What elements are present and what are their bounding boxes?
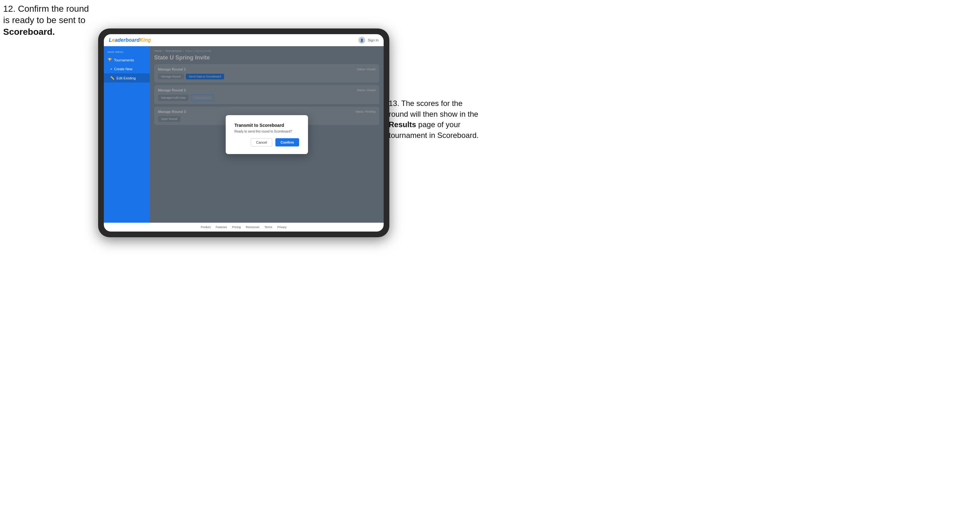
instruction-line2: is ready to be sent to <box>3 15 86 25</box>
footer-product[interactable]: Product <box>201 225 210 229</box>
logo-accent: e <box>112 37 115 43</box>
footer-pricing[interactable]: Pricing <box>232 225 241 229</box>
plus-icon: + <box>110 67 112 71</box>
footer-terms[interactable]: Terms <box>265 225 272 229</box>
footer-resources[interactable]: Resources <box>246 225 259 229</box>
top-nav: LeaderboardKing 👤 Sign In <box>104 34 383 46</box>
sidebar: MAIN MENU 🏆 Tournaments + Create New ✏️ … <box>104 46 150 223</box>
instruction-right: 13. The scores for the round will then s… <box>389 98 484 140</box>
edit-existing-label: Edit Existing <box>116 76 136 80</box>
nav-right: 👤 Sign In <box>358 37 379 44</box>
modal-buttons: Cancel Confirm <box>235 138 299 146</box>
modal-overlay: Transmit to Scoreboard Ready to send thi… <box>150 46 383 223</box>
content-area: Home › Tournaments › State U Spring Invi… <box>150 46 383 223</box>
tablet-screen: LeaderboardKing 👤 Sign In MAIN MENU 🏆 To… <box>104 34 383 232</box>
tournaments-label: Tournaments <box>114 58 134 62</box>
create-new-label: Create New <box>114 67 132 71</box>
footer-features[interactable]: Features <box>216 225 227 229</box>
sidebar-item-tournaments[interactable]: 🏆 Tournaments <box>104 56 150 65</box>
main-layout: MAIN MENU 🏆 Tournaments + Create New ✏️ … <box>104 46 383 223</box>
footer: Product Features Pricing Resources Terms… <box>104 223 383 232</box>
trophy-icon: 🏆 <box>108 58 112 62</box>
footer-privacy[interactable]: Privacy <box>277 225 287 229</box>
instruction-line1: 12. Confirm the round <box>3 4 89 14</box>
modal-box: Transmit to Scoreboard Ready to send thi… <box>226 115 308 154</box>
modal-title: Transmit to Scoreboard <box>235 123 299 128</box>
logo: LeaderboardKing <box>109 37 151 43</box>
modal-cancel-button[interactable]: Cancel <box>251 138 272 146</box>
sidebar-item-create-new[interactable]: + Create New <box>104 65 150 73</box>
logo-king: King <box>140 37 151 43</box>
sidebar-label: MAIN MENU <box>104 49 150 56</box>
modal-subtitle: Ready to send this round to Scoreboard? <box>235 130 299 133</box>
modal-confirm-button[interactable]: Confirm <box>275 138 299 146</box>
instruction-right-text: 13. The scores for the round will then s… <box>389 99 479 140</box>
edit-icon: ✏️ <box>110 76 115 80</box>
logo-area: LeaderboardKing <box>109 37 151 43</box>
results-bold: Results <box>389 120 416 129</box>
tablet-frame: LeaderboardKing 👤 Sign In MAIN MENU 🏆 To… <box>98 29 389 237</box>
sidebar-item-edit-existing[interactable]: ✏️ Edit Existing <box>104 73 150 83</box>
instruction-top: 12. Confirm the round is ready to be sen… <box>3 3 89 38</box>
instruction-bold: Scoreboard. <box>3 27 55 37</box>
avatar: 👤 <box>358 37 365 44</box>
sign-in-link[interactable]: Sign In <box>368 38 379 42</box>
